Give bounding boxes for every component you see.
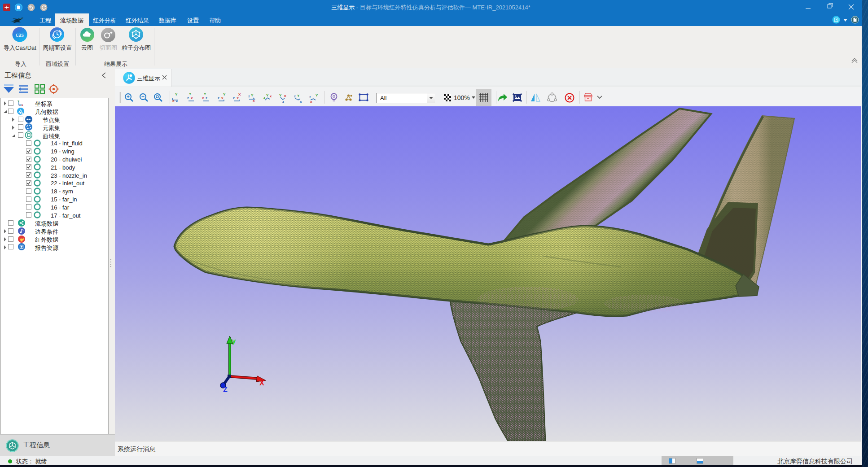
svg-text:Y: Y xyxy=(316,93,318,97)
svg-text:X: X xyxy=(259,379,264,387)
svg-text:y: y xyxy=(232,337,236,345)
svg-text:z: z xyxy=(294,94,296,98)
svg-text:z: z xyxy=(218,96,219,100)
svg-text:x: x xyxy=(221,96,224,100)
svg-text:z: z xyxy=(206,96,207,100)
svg-text:x: x xyxy=(284,94,286,98)
svg-text:x: x xyxy=(172,99,175,103)
svg-text:x: x xyxy=(191,96,193,100)
svg-text:Z: Z xyxy=(223,386,228,393)
svg-text:Y: Y xyxy=(237,96,239,100)
svg-text:Y: Y xyxy=(266,93,269,97)
svg-text:Y: Y xyxy=(279,93,282,97)
svg-text:x: x xyxy=(22,103,23,106)
svg-text:Y: Y xyxy=(297,94,300,98)
svg-text:x: x xyxy=(253,99,255,103)
svg-text:Y: Y xyxy=(204,93,206,96)
svg-text:z: z xyxy=(309,95,311,99)
svg-text:z: z xyxy=(263,96,265,100)
svg-text:z: z xyxy=(233,96,235,100)
svg-text:x: x xyxy=(310,100,312,103)
svg-text:z: z xyxy=(176,99,178,103)
svg-text:z: z xyxy=(248,94,250,98)
svg-text:Y: Y xyxy=(223,93,226,96)
svg-text:Y: Y xyxy=(175,93,178,96)
svg-text:Y: Y xyxy=(189,93,192,96)
svg-text:x: x xyxy=(202,96,204,100)
svg-text:X: X xyxy=(238,93,241,96)
svg-text:Y: Y xyxy=(251,93,254,97)
svg-text:Y: Y xyxy=(18,100,19,103)
svg-text:z: z xyxy=(187,96,189,100)
svg-text:cas: cas xyxy=(16,31,24,38)
svg-text:x: x xyxy=(300,100,302,103)
svg-text:z: z xyxy=(19,103,21,106)
svg-text:x: x xyxy=(270,94,272,98)
svg-text:z: z xyxy=(282,100,284,103)
